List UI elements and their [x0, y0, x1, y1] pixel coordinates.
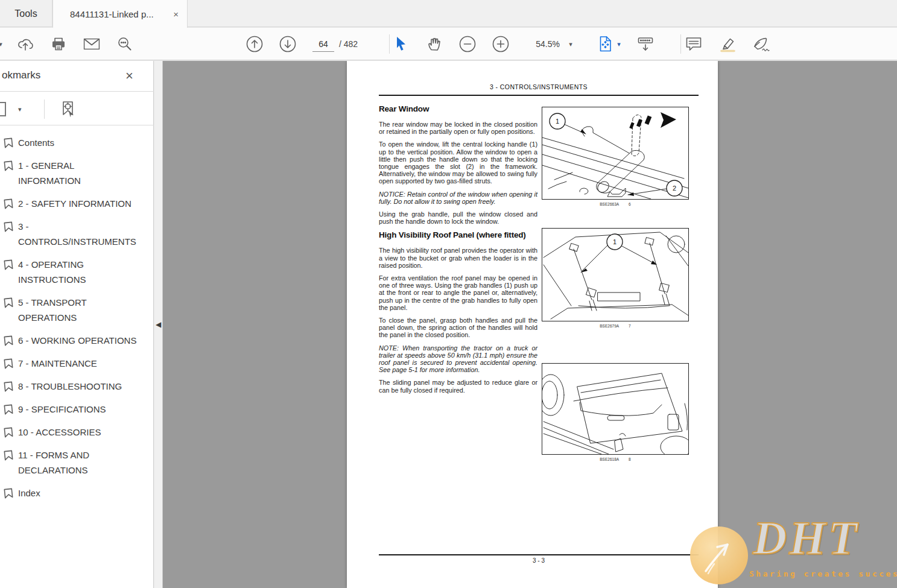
- svg-text:1: 1: [556, 118, 559, 125]
- tab-document-title: 84411131-Linked p...: [70, 9, 167, 19]
- bookmarks-panel-toolbar: ▾: [0, 92, 154, 125]
- bookmark-item-general-information[interactable]: 1 - GENERAL INFORMATION: [1, 158, 154, 188]
- more-tools-caret-icon[interactable]: ▾: [0, 40, 2, 48]
- figure-sliding-panel: [542, 363, 689, 455]
- paragraph: The high visibility roof panel provides …: [379, 247, 537, 269]
- page-footer-number: 3 - 3: [379, 557, 699, 564]
- paragraph: For extra ventilation the roof panel may…: [379, 274, 537, 311]
- bookmarks-panel: okmarks × ▾ Contents: [0, 61, 154, 588]
- section-heading-roof-panel: High Visibility Roof Panel (where fitted…: [379, 230, 537, 239]
- highlight-icon[interactable]: [720, 36, 737, 52]
- paragraph: The rear window may be locked in the clo…: [379, 121, 537, 135]
- bookmark-item-forms-declarations[interactable]: 11 - FORMS AND DECLARATIONS: [1, 447, 154, 478]
- pdf-page: 3 - CONTROLS/INSTRUMENTS Rear Window The…: [347, 61, 718, 588]
- bookmark-item-working-operations[interactable]: 6 - WORKING OPERATIONS: [1, 333, 154, 348]
- svg-text:2: 2: [673, 185, 676, 192]
- text-column: Rear Window The rear window may be locke…: [379, 103, 537, 399]
- note-paragraph: NOTE: When transporting the tractor on a…: [379, 344, 537, 374]
- email-icon[interactable]: [84, 38, 100, 49]
- footer-rule: [379, 554, 699, 555]
- bookmark-item-safety-information[interactable]: 2 - SAFETY INFORMATION: [1, 196, 154, 211]
- tab-bar: Tools 84411131-Linked p... ×: [0, 0, 897, 27]
- zoom-level-caret-icon[interactable]: ▾: [569, 40, 572, 48]
- comment-icon[interactable]: [686, 37, 702, 51]
- svg-text:1: 1: [613, 238, 616, 245]
- page-total-label: / 482: [339, 39, 358, 49]
- panel-toolbar-separator: [44, 100, 45, 119]
- bookmark-options-icon[interactable]: [0, 102, 6, 116]
- bookmark-item-troubleshooting[interactable]: 8 - TROUBLESHOOTING: [1, 379, 154, 394]
- fit-page-icon[interactable]: [599, 36, 613, 52]
- print-icon[interactable]: [51, 37, 66, 51]
- bookmark-item-index[interactable]: Index: [1, 485, 154, 501]
- tab-close-icon[interactable]: ×: [173, 10, 179, 19]
- figure-rear-window-handle: 1 2: [542, 107, 689, 200]
- watermark-subtitle: Sharing creates success: [749, 569, 897, 578]
- toolbar-separator: [680, 34, 681, 54]
- document-viewport[interactable]: 3 - CONTROLS/INSTRUMENTS Rear Window The…: [163, 61, 897, 588]
- bookmark-item-transport-operations[interactable]: 5 - TRANSPORT OPERATIONS: [1, 295, 154, 325]
- fit-page-caret-icon[interactable]: ▾: [617, 40, 621, 48]
- bookmark-item-contents[interactable]: Contents: [1, 135, 154, 150]
- running-header: 3 - CONTROLS/INSTRUMENTS: [379, 83, 699, 90]
- figure-caption: BSE2663A6: [542, 202, 689, 206]
- bookmark-options-caret-icon[interactable]: ▾: [18, 106, 22, 113]
- tab-document[interactable]: 84411131-Linked p... ×: [52, 0, 188, 28]
- zoom-in-button[interactable]: [492, 35, 510, 53]
- collapse-panel-icon[interactable]: ◀: [156, 320, 161, 329]
- select-tool-icon[interactable]: [394, 36, 408, 52]
- paragraph: The sliding panel may be adjusted to red…: [379, 379, 537, 393]
- figure-roof-panel-struts: 1: [542, 228, 689, 321]
- figure-caption: BSE2618A8: [542, 457, 689, 461]
- bookmarks-panel-header: okmarks ×: [0, 61, 154, 92]
- zoom-level-value[interactable]: 54.5%: [528, 39, 560, 49]
- page-number-input[interactable]: [312, 36, 334, 52]
- goto-current-bookmark-icon[interactable]: [58, 100, 77, 119]
- bookmark-item-maintenance[interactable]: 7 - MAINTENANCE: [1, 356, 154, 371]
- notice-paragraph: NOTICE: Retain control of the window whe…: [379, 191, 537, 205]
- paragraph: Using the grab handle, pull the window c…: [379, 210, 537, 225]
- bookmark-item-controls-instruments[interactable]: 3 - CONTROLS/INSTRUMENTS: [1, 219, 154, 249]
- main-toolbar: ▾: [0, 28, 897, 60]
- hand-tool-icon[interactable]: [426, 36, 443, 52]
- paragraph: To close the panel, grasp both handles a…: [379, 317, 537, 339]
- figure-caption: BSE2679A7: [542, 324, 689, 328]
- tab-tools[interactable]: Tools: [0, 0, 52, 27]
- bookmarks-list: Contents 1 - GENERAL INFORMATION 2 - SAF…: [0, 126, 154, 508]
- fill-sign-icon[interactable]: [752, 36, 770, 52]
- toolbar-separator: [389, 34, 390, 54]
- search-icon[interactable]: [118, 36, 133, 51]
- previous-page-button[interactable]: [246, 35, 264, 53]
- panel-splitter[interactable]: ◀: [154, 61, 163, 588]
- header-rule: [379, 95, 699, 96]
- paragraph: To open the window, lift the central loc…: [379, 141, 537, 185]
- bookmarks-panel-title: okmarks: [2, 69, 40, 81]
- bookmarks-panel-close-icon[interactable]: ×: [125, 68, 133, 84]
- save-cloud-icon[interactable]: [17, 37, 34, 51]
- bookmark-item-operating-instructions[interactable]: 4 - OPERATING INSTRUCTIONS: [1, 257, 154, 287]
- section-heading-rear-window: Rear Window: [379, 104, 537, 113]
- watermark-title: DHT: [753, 514, 860, 561]
- next-page-button[interactable]: [279, 35, 297, 53]
- watermark-logo-circle: [690, 526, 748, 584]
- content-area: okmarks × ▾ Contents: [0, 61, 897, 588]
- bookmark-item-specifications[interactable]: 9 - SPECIFICATIONS: [1, 402, 154, 417]
- bookmark-item-accessories[interactable]: 10 - ACCESSORIES: [1, 425, 154, 440]
- zoom-out-button[interactable]: [458, 35, 477, 53]
- page-display-icon[interactable]: [638, 36, 654, 52]
